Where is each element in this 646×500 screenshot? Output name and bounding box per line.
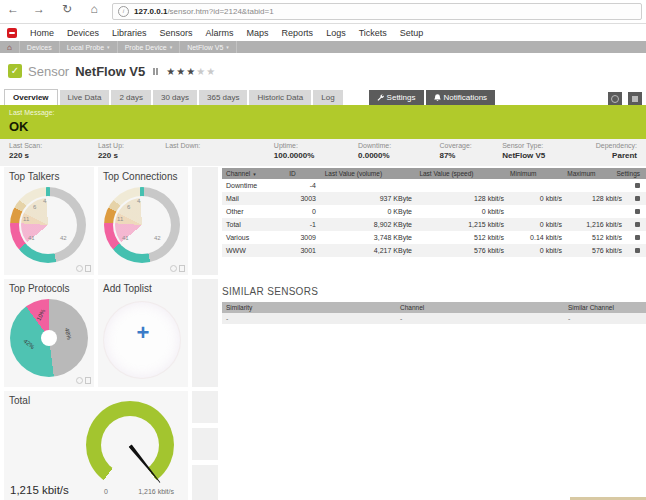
panel-add-toplist[interactable]: Add Toplist + [98,279,188,387]
breadcrumb-home[interactable]: ⌂ [0,41,20,53]
col-minimum[interactable]: Minimum [500,170,557,177]
stop-button[interactable] [628,92,642,105]
tab-historic-data[interactable]: Historic Data [249,90,311,105]
address-bar[interactable]: i 127.0.0.1/sensor.htm?id=2124&tabid=1 [112,3,642,20]
forward-icon[interactable]: → [30,2,48,16]
breadcrumb-label: Devices [27,44,52,51]
home-icon[interactable]: ⌂ [85,2,103,16]
channel-settings-gear-icon[interactable] [635,235,640,240]
table-row-mail: Mail 3003 937 KByte 128 kbit/s 0 kbit/s … [222,192,646,205]
menu-alarms[interactable]: Alarms [206,28,234,38]
add-toplist-plus-icon[interactable]: + [98,279,188,387]
toplist-delete-icon[interactable] [179,265,185,272]
channel-settings-gear-icon[interactable] [635,183,640,188]
segment-label: 10% [36,308,47,321]
cell-volume: 3,748 KByte [316,234,412,241]
menu-sensors[interactable]: Sensors [160,28,193,38]
cell-volume: 937 KByte [316,195,412,202]
cell-speed: 576 kbit/s [412,247,504,254]
refresh-icon[interactable]: ↻ [58,2,76,16]
pause-icon[interactable] [153,68,158,75]
cell-channel[interactable]: WWW [222,247,280,254]
col-channel[interactable]: Channel [400,304,568,311]
channel-settings-gear-icon[interactable] [635,209,640,214]
stat-label: Sensor Type: [502,142,596,149]
cell-id: 0 [280,208,316,215]
compare-button[interactable] [608,92,622,105]
col-channel[interactable]: Channel▾ [222,170,279,177]
segment-label: 6 [33,204,36,210]
channel-settings-gear-icon[interactable] [635,196,640,201]
cell-channel[interactable]: Total [222,221,280,228]
channel-settings-gear-icon[interactable] [635,248,640,253]
col-maximum[interactable]: Maximum [557,170,616,177]
chevron-down-icon: ▾ [107,44,110,50]
cell-channel[interactable]: Downtime [222,182,280,189]
toplist-delete-icon[interactable] [85,377,91,384]
settings-button[interactable]: Settings [369,90,424,105]
col-id[interactable]: ID [279,170,315,177]
cell-channel[interactable]: Various [222,234,280,241]
col-last-value-volume[interactable]: Last Value (volume) [315,170,410,177]
partial-panel [192,279,218,387]
panel-top-connections[interactable]: Top Connections 41 42 11 6 4 [98,167,188,275]
notifications-button[interactable]: Notifications [426,90,496,105]
menu-tickets[interactable]: Tickets [359,28,387,38]
panel-title: Top Connections [98,167,188,182]
priority-stars[interactable]: ★★★★★ [166,66,216,77]
segment-label: 4 [43,198,46,204]
col-similar-channel[interactable]: Similar Channel [568,304,646,311]
cell-channel[interactable]: Other [222,208,280,215]
panel-top-protocols[interactable]: Top Protocols 48% 42% 10% [4,279,94,387]
breadcrumb-probe-device[interactable]: Probe Device▾ [118,41,181,53]
stat-label: Last Down: [165,142,274,149]
menu-devices[interactable]: Devices [67,28,99,38]
url-host: 127.0.0.1 [134,7,167,16]
menu-setup[interactable]: Setup [400,28,424,38]
tab-log[interactable]: Log [313,90,342,105]
toplist-settings-icon[interactable] [76,265,83,272]
top-talkers-donut-chart: 41 42 11 6 4 [10,187,86,263]
cell-speed: 0 kbit/s [412,208,504,215]
col-last-value-speed[interactable]: Last Value (speed) [409,170,500,177]
menu-maps[interactable]: Maps [247,28,269,38]
cell-min: 0 kbit/s [504,221,562,228]
back-icon[interactable]: ← [4,2,22,16]
table-row-various: Various 3009 3,748 KByte 512 kbit/s 0.14… [222,231,646,244]
similar-sensors-section: SIMILAR SENSORS Similarity Channel Simil… [222,286,646,324]
breadcrumb-netflow-v5[interactable]: NetFlow V5▾ [180,41,237,53]
toplist-settings-icon[interactable] [76,377,83,384]
stat-label: Downtime: [358,142,439,149]
tab-365-days[interactable]: 365 days [199,90,247,105]
tab-2-days[interactable]: 2 days [111,90,151,105]
tab-overview[interactable]: Overview [4,89,58,105]
toplist-delete-icon[interactable] [85,265,91,272]
menu-home[interactable]: Home [30,28,54,38]
breadcrumb-local-probe[interactable]: Local Probe▾ [60,41,118,53]
chevron-down-icon: ▾ [226,44,229,50]
page-info-icon[interactable]: i [118,6,129,17]
partial-panel [192,391,218,423]
notifications-label: Notifications [444,93,488,102]
breadcrumb-devices[interactable]: Devices [20,41,60,53]
cell-channel[interactable]: Mail [222,195,280,202]
menu-libraries[interactable]: Libraries [112,28,147,38]
prtg-logo-icon[interactable] [7,28,17,38]
channel-settings-gear-icon[interactable] [635,222,640,227]
channel-table: Channel▾ ID Last Value (volume) Last Val… [222,168,646,257]
panel-total-gauge[interactable]: Total 0 1,216 kbit/s 1,215 kbit/s [4,391,188,500]
menu-logs[interactable]: Logs [326,28,346,38]
breadcrumb-label: NetFlow V5 [187,44,223,51]
cell-volume: 0 KByte [316,208,412,215]
col-similarity[interactable]: Similarity [222,304,400,311]
tab-live-data[interactable]: Live Data [60,90,110,105]
partial-panel [192,428,218,460]
status-ok-icon: ✓ [8,64,22,78]
cell-max: 576 kbit/s [562,247,622,254]
toplist-settings-icon[interactable] [170,265,177,272]
tab-30-days[interactable]: 30 days [153,90,197,105]
menu-reports[interactable]: Reports [282,28,314,38]
panel-title: Top Talkers [4,167,94,182]
stat-last-down: Last Down: [165,142,274,163]
panel-top-talkers[interactable]: Top Talkers 41 42 11 6 4 [4,167,94,275]
